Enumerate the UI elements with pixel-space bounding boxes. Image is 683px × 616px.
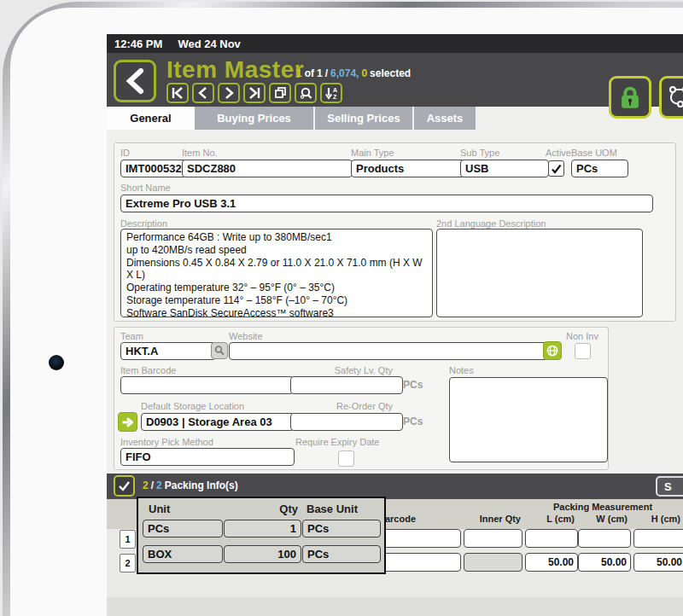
count-selected: 0 <box>361 67 367 79</box>
main-type-label: Main Type <box>351 148 394 158</box>
count-current: 1 <box>296 67 302 79</box>
last-record-icon <box>247 86 262 100</box>
app-screen: 12:46 PM Wed 24 Nov Item Master 1of1/6,0… <box>107 34 683 616</box>
l-cell[interactable] <box>525 529 578 548</box>
team-search-button[interactable] <box>211 342 228 359</box>
pick-method-label: Inventory Pick Method <box>120 437 213 447</box>
count-grand-total: 6,074, <box>330 67 359 79</box>
nav-next-button[interactable] <box>218 83 240 103</box>
packing-section-bar: 2/2Packing Info(s) S <box>107 474 683 499</box>
item-no-label: Item No. <box>182 148 218 158</box>
search-records-button[interactable] <box>295 83 317 103</box>
second-language-textarea[interactable] <box>436 229 643 317</box>
qty-cell[interactable]: 100 <box>224 545 301 563</box>
require-expiry-label: Require Expiry Date <box>295 437 379 447</box>
nav-prev-button[interactable] <box>192 83 214 103</box>
notes-textarea[interactable] <box>449 377 608 462</box>
description-label: Description <box>120 218 167 229</box>
inner-qty-column-header: Inner Qty <box>464 514 521 524</box>
svg-text:A: A <box>333 87 337 93</box>
storage-location-button[interactable] <box>118 412 137 432</box>
search-icon <box>213 345 225 357</box>
sub-type-field[interactable]: USB <box>460 160 549 177</box>
tab-selling-prices[interactable]: Selling Prices <box>315 107 414 130</box>
short-name-field[interactable]: Extreme Pro USB 3.1 <box>120 195 653 212</box>
packing-section-title: 2/2Packing Info(s) <box>143 479 241 491</box>
safety-qty-field[interactable] <box>290 376 403 394</box>
unit-cell[interactable]: BOX <box>143 545 223 563</box>
non-inv-checkbox[interactable] <box>575 343 591 359</box>
packing-checkbox[interactable] <box>114 475 135 497</box>
camera-dot <box>49 355 64 370</box>
safety-qty-unit: PCs <box>403 379 423 391</box>
footer-band <box>107 597 683 616</box>
copy-icon <box>272 86 288 100</box>
item-no-field[interactable]: SDCZ880 <box>182 160 353 177</box>
check-icon <box>551 164 562 174</box>
require-expiry-checkbox[interactable] <box>338 450 354 467</box>
nav-first-button[interactable] <box>166 83 189 103</box>
row-number[interactable]: 1 <box>120 530 136 549</box>
reorder-qty-field[interactable] <box>290 413 403 431</box>
l-cell[interactable]: 50.00 <box>525 553 578 572</box>
record-nav: AZ <box>166 83 342 103</box>
l-column-header: L (cm) <box>525 514 575 524</box>
globe-icon <box>546 344 559 357</box>
w-cell[interactable]: 50.00 <box>578 553 631 572</box>
id-field[interactable]: IMT000532 <box>120 160 187 177</box>
sort-az-icon: AZ <box>324 86 339 100</box>
status-bar: 12:46 PM Wed 24 Nov <box>107 34 683 53</box>
h-cell[interactable] <box>633 529 683 548</box>
tab-buying-prices[interactable]: Buying Prices <box>195 107 315 130</box>
website-field[interactable] <box>229 342 548 360</box>
packing-measurement-header: Packing Measurement <box>525 502 680 512</box>
active-checkbox[interactable] <box>548 160 564 177</box>
website-label: Website <box>229 331 263 341</box>
back-button[interactable] <box>114 60 156 102</box>
base-uom-field[interactable]: PCs <box>571 160 628 177</box>
copy-record-button[interactable] <box>269 83 291 103</box>
main-type-field[interactable]: Products <box>351 160 468 177</box>
inner-qty-cell[interactable] <box>464 553 522 572</box>
website-go-button[interactable] <box>543 341 562 360</box>
description-textarea[interactable]: Performance 64GB : Write up to 380MB/sec… <box>120 229 433 317</box>
first-record-icon <box>170 86 185 100</box>
unit-cell[interactable]: PCs <box>143 520 223 538</box>
nav-last-button[interactable] <box>243 83 266 103</box>
default-storage-label: Default Storage Location <box>141 401 244 411</box>
active-label: Active <box>546 148 571 158</box>
pick-method-field[interactable]: FIFO <box>120 448 295 466</box>
sort-button[interactable]: AZ <box>320 83 342 103</box>
qty-cell[interactable]: 1 <box>224 520 301 538</box>
team-label: Team <box>120 331 143 341</box>
base-unit-cell[interactable]: PCs <box>302 545 381 563</box>
chevron-left-icon <box>123 67 147 95</box>
row-number[interactable]: 2 <box>120 554 136 572</box>
packing-side-button[interactable]: S <box>656 476 683 497</box>
reorder-qty-label: Re-Order Qty <box>290 401 393 411</box>
tab-general[interactable]: General <box>107 107 195 130</box>
base-unit-cell[interactable]: PCs <box>302 520 381 538</box>
safety-qty-label: Safety Lv. Qty <box>290 365 393 375</box>
team-field[interactable]: HKT.A <box>120 342 216 360</box>
base-uom-label: Base UOM <box>571 148 617 158</box>
page-title: Item Master <box>166 56 304 84</box>
sub-type-label: Sub Type <box>460 148 499 158</box>
w-cell[interactable] <box>578 529 631 548</box>
status-date: Wed 24 Nov <box>178 38 240 50</box>
unit-popup: Unit Qty Base Unit PCs 1 PCs BOX 100 PCs <box>137 497 386 574</box>
inner-qty-cell[interactable] <box>464 529 522 548</box>
svg-text:Z: Z <box>333 94 337 100</box>
general-info-panel: ID IMT000532 Item No. SDCZ880 Main Type … <box>114 142 676 322</box>
h-column-header: H (cm) <box>633 514 680 524</box>
item-barcode-field[interactable] <box>120 376 294 394</box>
unit-column-header: Unit <box>149 503 170 515</box>
arrow-right-icon <box>121 416 134 428</box>
short-name-label: Short Name <box>120 183 171 193</box>
search-icon <box>298 86 313 100</box>
h-cell[interactable]: 50.00 <box>633 553 683 572</box>
tab-assets[interactable]: Assets <box>414 107 477 130</box>
base-unit-column-header: Base Unit <box>306 503 358 515</box>
default-storage-field[interactable]: D0903 | Storage Area 03 <box>141 413 295 431</box>
item-barcode-label: Item Barcode <box>120 365 176 375</box>
